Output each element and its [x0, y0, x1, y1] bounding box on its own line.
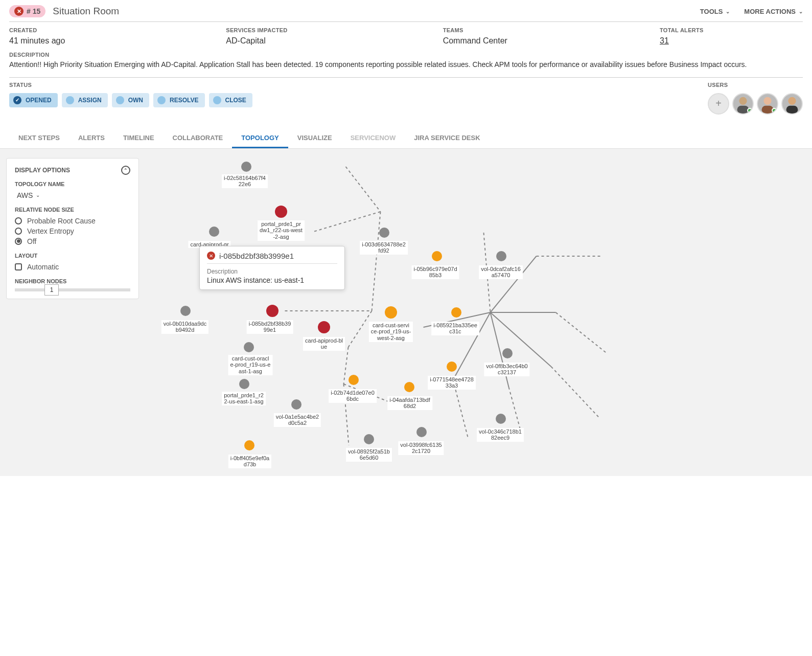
graph-node[interactable]: [275, 206, 287, 218]
graph-node[interactable]: [496, 251, 506, 261]
more-actions-menu[interactable]: MORE ACTIONS⌄: [744, 8, 803, 15]
tabs: NEXT STEPS ALERTS TIMELINE COLLABORATE T…: [0, 115, 812, 149]
neighbor-nodes-label: NEIGHBOR NODES: [15, 278, 130, 284]
tab-jira[interactable]: JIRA SERVICE DESK: [405, 129, 489, 148]
graph-node-label: i-04aafda713bdf 68d2: [387, 396, 432, 410]
tab-alerts[interactable]: ALERTS: [69, 129, 114, 148]
radio-off[interactable]: Off: [15, 237, 130, 245]
radio-vertex-entropy[interactable]: Vertex Entropy: [15, 227, 130, 235]
graph-node-label: i-085bd2bf38b39 99e1: [247, 320, 293, 334]
graph-node[interactable]: [364, 434, 374, 444]
graph-node[interactable]: [432, 251, 442, 261]
avatar[interactable]: [781, 93, 803, 115]
graph-node[interactable]: [451, 307, 461, 318]
graph-node-label: vol-0dcaf2afc16 a57470: [479, 265, 523, 279]
graph-node[interactable]: [244, 342, 254, 352]
radio-label: Vertex Entropy: [27, 227, 74, 235]
avatar[interactable]: [757, 93, 778, 115]
graph-node[interactable]: [266, 305, 279, 317]
own-label: OWN: [128, 97, 143, 104]
tooltip-desc-label: Description: [207, 268, 337, 275]
tab-visualize[interactable]: VISUALIZE: [288, 129, 341, 148]
assign-label: ASSIGN: [78, 97, 102, 104]
graph-node[interactable]: [404, 382, 414, 392]
close-label: CLOSE: [225, 97, 246, 104]
topology-canvas[interactable]: i-02c58164b67f4 22e6portal_prde1_pr dw1_…: [0, 149, 812, 476]
graph-node-label: vol-0f8b3ec64b0 c32137: [484, 363, 529, 376]
graph-node[interactable]: [379, 228, 389, 238]
graph-node-label: card-apiprod-bl ue: [303, 337, 345, 351]
meta-services: SERVICES IMPACTED AD-Capital: [226, 27, 443, 46]
check-icon: ✓: [13, 96, 21, 104]
status-assign[interactable]: ASSIGN: [62, 93, 108, 107]
neighbor-nodes-slider[interactable]: 1: [15, 288, 130, 291]
panel-title: DISPLAY OPTIONS: [15, 167, 70, 174]
graph-node-label: vol-0c346c718b1 82eec9: [477, 428, 524, 442]
tab-collaborate[interactable]: COLLABORATE: [164, 129, 233, 148]
graph-node[interactable]: [318, 321, 330, 333]
graph-node-label: i-02c58164b67f4 22e6: [222, 174, 268, 188]
tab-servicenow[interactable]: SERVICENOW: [341, 129, 405, 148]
svg-point-0: [739, 97, 747, 104]
radio-label: Probable Root Cause: [27, 217, 96, 225]
graph-node[interactable]: [496, 414, 506, 424]
users-label: USERS: [708, 82, 803, 88]
tab-next-steps[interactable]: NEXT STEPS: [9, 129, 69, 148]
graph-node-label: i-085921ba335ee c31c: [431, 322, 479, 335]
graph-node[interactable]: [349, 375, 359, 385]
services-label: SERVICES IMPACTED: [226, 27, 443, 33]
tab-topology[interactable]: TOPOLOGY: [232, 129, 288, 148]
topology-name-label: TOPOLOGY NAME: [15, 181, 130, 187]
users-list: +: [708, 93, 803, 115]
tooltip-desc-value: Linux AWS instance: us-east-1: [207, 276, 337, 284]
tooltip-title: ✕i-085bd2bf38b3999e1: [207, 252, 337, 264]
graph-node-label: portal_prde1_r2 2-us-east-1-asg: [222, 392, 266, 405]
slider-thumb[interactable]: 1: [44, 284, 59, 296]
header: ✕ # 15 Situation Room TOOLS⌄ MORE ACTION…: [0, 0, 812, 21]
graph-node-label: card-cust-oracl e-prod_r19-us-e ast-1-as…: [228, 355, 273, 375]
graph-node[interactable]: [502, 348, 513, 358]
graph-node-label: i-0771548ee4728 33a3: [428, 376, 476, 390]
checkbox-automatic[interactable]: Automatic: [15, 263, 130, 271]
avatar[interactable]: [732, 93, 754, 115]
error-icon: ✕: [14, 7, 24, 16]
graph-node[interactable]: [447, 361, 457, 372]
graph-node[interactable]: [291, 399, 301, 410]
status-label: STATUS: [9, 82, 252, 88]
description-block: DESCRIPTION Attention!! High Priority Si…: [0, 49, 812, 77]
collapse-icon[interactable]: ⌃: [121, 166, 130, 175]
tools-menu[interactable]: TOOLS⌄: [700, 8, 730, 15]
graph-node[interactable]: [209, 227, 219, 237]
graph-node[interactable]: [241, 162, 251, 172]
checkbox-label: Automatic: [27, 263, 59, 271]
alerts-value[interactable]: 31: [660, 36, 803, 46]
status-resolve[interactable]: RESOLVE: [153, 93, 204, 107]
presence-dot-icon: [747, 108, 752, 113]
graph-node[interactable]: [244, 440, 254, 450]
status-block: STATUS ✓OPENED ASSIGN OWN RESOLVE CLOSE: [9, 82, 252, 115]
chevron-down-icon: ⌄: [36, 192, 40, 198]
services-value: AD-Capital: [226, 36, 443, 46]
graph-node[interactable]: [416, 427, 427, 437]
svg-rect-5: [786, 105, 798, 113]
topology-name-select[interactable]: AWS⌄: [17, 191, 130, 199]
add-user-button[interactable]: +: [708, 93, 729, 115]
graph-node[interactable]: [239, 379, 249, 389]
tooltip-node-name: i-085bd2bf38b3999e1: [219, 252, 294, 260]
meta-created: CREATED 41 minutes ago: [9, 27, 226, 46]
radio-icon: [15, 217, 22, 224]
svg-point-4: [788, 97, 796, 104]
teams-label: TEAMS: [443, 27, 660, 33]
graph-node[interactable]: [385, 306, 397, 319]
radio-probable-root-cause[interactable]: Probable Root Cause: [15, 217, 130, 225]
graph-node[interactable]: [180, 306, 191, 316]
status-row: STATUS ✓OPENED ASSIGN OWN RESOLVE CLOSE …: [0, 78, 812, 115]
tab-timeline[interactable]: TIMELINE: [114, 129, 164, 148]
graph-node-label: vol-03998fc6135 2c1720: [398, 441, 444, 455]
status-opened[interactable]: ✓OPENED: [9, 93, 58, 107]
meta-row: CREATED 41 minutes ago SERVICES IMPACTED…: [0, 22, 812, 49]
topology-name-value: AWS: [17, 191, 33, 199]
status-own[interactable]: OWN: [112, 93, 149, 107]
status-close[interactable]: CLOSE: [209, 93, 252, 107]
situation-id: # 15: [27, 7, 40, 15]
